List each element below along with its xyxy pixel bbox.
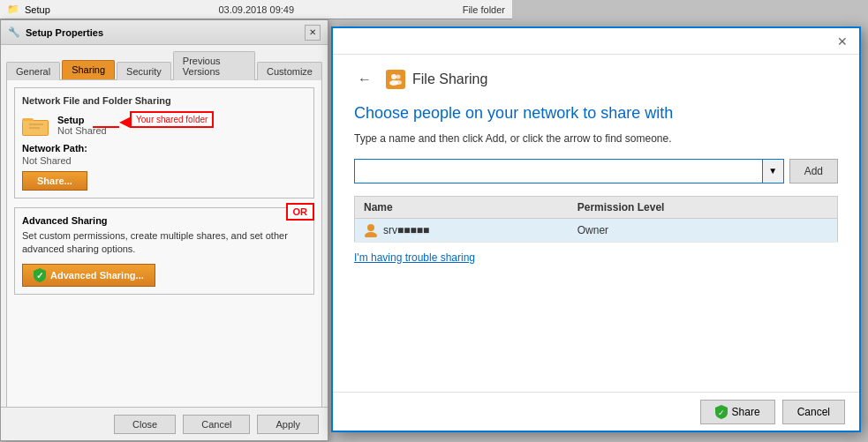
- taskbar-datetime: 03.09.2018 09:49: [218, 4, 294, 15]
- svg-rect-3: [29, 124, 43, 125]
- table-row: srv■■■■■ Owner: [355, 218, 838, 242]
- tab-security[interactable]: Security: [117, 62, 171, 80]
- share-table-body: srv■■■■■ Owner: [355, 218, 838, 242]
- dialog-body: ← File Sharing Choose people on your net…: [333, 55, 859, 278]
- tab-customize[interactable]: Customize: [257, 62, 322, 80]
- dialog-cancel-button[interactable]: Cancel: [782, 400, 845, 424]
- svg-rect-4: [29, 127, 40, 129]
- taskbar-left: 📁 Setup: [7, 4, 50, 15]
- user-cell-content: srv■■■■■: [364, 223, 560, 237]
- annotation-container: ◀ Your shared folder: [93, 111, 214, 128]
- folder-svg-icon: [22, 113, 50, 138]
- network-path-value: Not Shared: [22, 155, 306, 166]
- shield-icon: ✓: [34, 268, 46, 282]
- taskbar: 📁 Setup 03.09.2018 09:49 File folder: [0, 0, 512, 19]
- folder-row: Setup Not Shared ◀ Your shared folder: [22, 113, 306, 138]
- file-sharing-icon: [386, 70, 405, 89]
- setup-titlebar: 🔧 Setup Properties ✕: [1, 20, 328, 45]
- dialog-icon-title: File Sharing: [386, 70, 487, 89]
- apply-button[interactable]: Apply: [257, 415, 319, 434]
- svg-point-6: [391, 74, 396, 79]
- svg-point-7: [396, 75, 401, 79]
- permission-cell: Owner: [569, 218, 838, 242]
- network-sharing-title: Network File and Folder Sharing: [22, 95, 306, 106]
- svg-text:✓: ✓: [718, 408, 725, 417]
- back-button[interactable]: ←: [354, 69, 375, 90]
- advanced-sharing-desc: Set custom permissions, create multiple …: [22, 229, 306, 257]
- col-name: Name: [355, 196, 569, 218]
- network-path-label: Network Path:: [22, 143, 306, 154]
- svg-text:✓: ✓: [36, 271, 43, 281]
- advanced-sharing-title: Advanced Sharing: [22, 215, 306, 226]
- setup-properties-window: 🔧 Setup Properties ✕ General Sharing Sec…: [0, 19, 328, 441]
- advanced-sharing-button[interactable]: ✓ Advanced Sharing...: [22, 264, 155, 287]
- taskbar-folder-icon: 📁: [7, 4, 19, 15]
- tab-previous-versions[interactable]: Previous Versions: [173, 51, 255, 80]
- dialog-footer: ✓ Share Cancel: [333, 392, 859, 431]
- taskbar-filetype: File folder: [463, 4, 505, 15]
- tabs-bar: General Sharing Security Previous Versio…: [1, 45, 328, 79]
- annotation-arrow-icon: ◀: [119, 113, 130, 130]
- dialog-titlebar: ✕: [333, 28, 859, 55]
- trouble-sharing-link[interactable]: I'm having trouble sharing: [354, 251, 838, 264]
- svg-point-10: [367, 224, 374, 231]
- network-sharing-section: Network File and Folder Sharing Setup No…: [14, 87, 314, 199]
- user-icon: [364, 223, 378, 237]
- dialog-shield-icon: ✓: [715, 405, 728, 419]
- share-table: Name Permission Level srv■■■■■: [354, 196, 838, 243]
- setup-close-button[interactable]: ✕: [305, 25, 321, 41]
- dialog-heading: Choose people on your network to share w…: [354, 104, 838, 124]
- setup-window-footer: Close Cancel Apply: [1, 407, 328, 440]
- input-row: ▼ Add: [354, 159, 838, 184]
- setup-titlebar-left: 🔧 Setup Properties: [8, 26, 103, 38]
- annotation-line: [93, 126, 119, 128]
- svg-point-11: [365, 232, 377, 237]
- dialog-close-button[interactable]: ✕: [833, 32, 852, 51]
- dialog-subtitle: Type a name and then click Add, or click…: [354, 132, 838, 145]
- people-input[interactable]: [354, 159, 763, 184]
- add-button[interactable]: Add: [789, 159, 838, 184]
- file-sharing-dialog: ✕ ← File Sharing Choose people on your n…: [331, 26, 861, 432]
- dialog-share-label: Share: [732, 406, 760, 418]
- or-label: OR: [286, 203, 315, 221]
- setup-window-icon: 🔧: [8, 26, 20, 38]
- dialog-section-title: File Sharing: [412, 71, 487, 87]
- cancel-button[interactable]: Cancel: [183, 415, 250, 434]
- dialog-share-button[interactable]: ✓ Share: [700, 400, 775, 424]
- dialog-nav-row: ← File Sharing: [354, 69, 838, 90]
- col-permission: Permission Level: [569, 196, 838, 218]
- share-people-icon: [389, 73, 402, 86]
- annotation-label: Your shared folder: [130, 111, 214, 128]
- advanced-btn-label: Advanced Sharing...: [50, 270, 144, 281]
- share-button[interactable]: Share...: [22, 171, 87, 191]
- share-table-header: Name Permission Level: [355, 196, 838, 218]
- tab-sharing[interactable]: Sharing: [62, 60, 115, 79]
- setup-window-title: Setup Properties: [26, 27, 103, 38]
- dropdown-arrow-button[interactable]: ▼: [763, 159, 784, 184]
- advanced-sharing-section: Advanced Sharing Set custom permissions,…: [14, 207, 314, 295]
- tab-general[interactable]: General: [6, 62, 60, 80]
- close-button[interactable]: Close: [114, 415, 176, 434]
- user-name: srv■■■■■: [383, 224, 429, 236]
- user-cell: srv■■■■■: [355, 218, 569, 242]
- tab-sharing-content: Network File and Folder Sharing Setup No…: [6, 79, 322, 423]
- taskbar-title: Setup: [25, 4, 50, 15]
- svg-point-9: [395, 80, 402, 85]
